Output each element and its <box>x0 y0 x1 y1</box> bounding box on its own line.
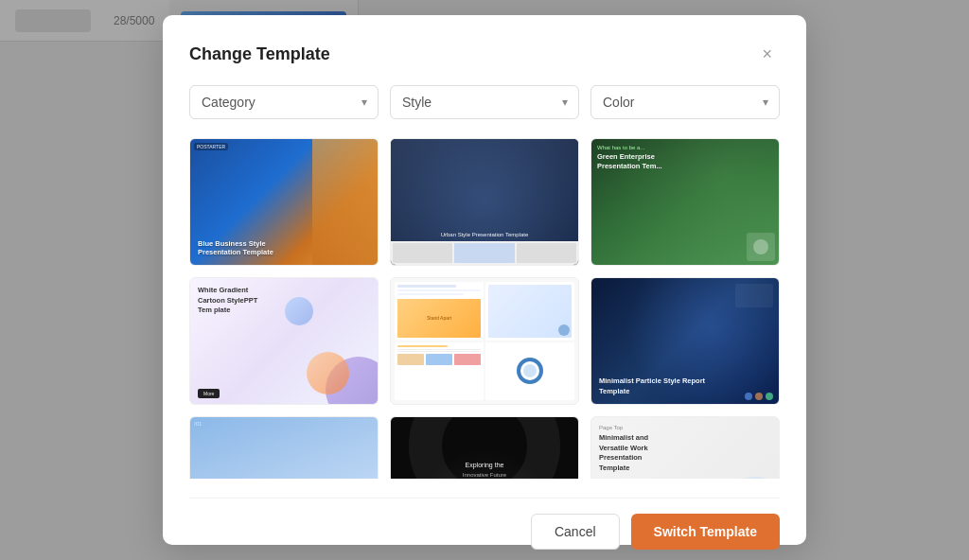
cancel-button[interactable]: Cancel <box>531 514 620 550</box>
switch-template-button[interactable]: Switch Template <box>631 514 780 550</box>
template-card-stand-apart[interactable]: Stand Apart <box>390 277 579 405</box>
template-card-urban-style[interactable]: Urban Style Presentation Template <box>390 138 579 266</box>
modal-title: Change Template <box>189 44 330 64</box>
modal-footer: Cancel Switch Template <box>189 498 780 550</box>
template-grid: POSTARTER Blue Business StylePresentatio… <box>189 138 780 479</box>
template-card-innovative-future[interactable]: Exploring theInnovative FutureThemePPT..… <box>390 416 579 479</box>
style-filter-wrapper: Style Flat Cartoon Minimalist ▾ <box>390 85 579 119</box>
template-card-green-enterprise[interactable]: What has to be a... Green EnterprisePres… <box>590 138 780 266</box>
change-template-modal: Change Template × Category Business Educ… <box>163 15 806 545</box>
category-filter-wrapper: Category Business Education Creative ▾ <box>189 85 379 119</box>
template-card-blue-minimalist[interactable]: /01 Blue Minimalist PresentationTemplate <box>189 416 379 479</box>
category-select[interactable]: Category Business Education Creative <box>189 85 379 119</box>
filter-row: Category Business Education Creative ▾ S… <box>189 85 780 119</box>
modal-overlay: Change Template × Category Business Educ… <box>0 0 969 560</box>
close-button[interactable]: × <box>754 42 780 66</box>
color-filter-wrapper: Color Blue Green Black ▾ <box>590 85 780 119</box>
modal-header: Change Template × <box>189 42 780 66</box>
style-select[interactable]: Style Flat Cartoon Minimalist <box>390 85 579 119</box>
template-card-white-gradient[interactable]: White GradientCartoon StylePPTTem plate … <box>189 277 379 405</box>
template-card-blue-business[interactable]: POSTARTER Blue Business StylePresentatio… <box>189 138 379 266</box>
template-card-minimalist-versatile[interactable]: Page Top Minimalist andVersatile WorkPre… <box>590 416 780 479</box>
template-card-minimalist-particle[interactable]: Minimalist Particle Style ReportTemplate <box>590 277 780 405</box>
color-select[interactable]: Color Blue Green Black <box>590 85 780 119</box>
